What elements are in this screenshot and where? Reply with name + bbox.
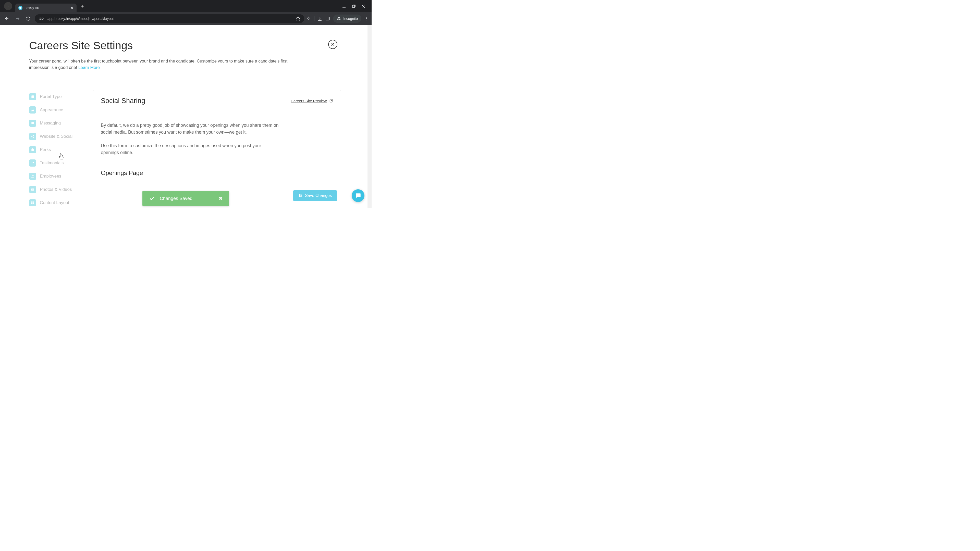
learn-more-link[interactable]: Learn More [78,65,100,70]
nav-forward-button[interactable] [13,14,22,23]
svg-rect-15 [32,149,34,151]
svg-point-10 [366,20,367,21]
testimonials-icon [29,159,36,167]
save-changes-button[interactable]: Save Changes [293,190,337,201]
perks-icon [29,146,36,153]
section-body-p1: By default, we do a pretty good job of s… [101,122,280,136]
sidebar-item-appearance[interactable]: Appearance [29,103,87,117]
svg-point-0 [19,7,21,9]
svg-rect-11 [32,95,34,98]
window-minimize-button[interactable] [342,4,346,8]
toast-close-button[interactable]: ✖ [219,196,223,201]
sidebar-item-photos-videos[interactable]: Photos & Videos [29,183,87,196]
sidebar-item-label: Content Layout [40,200,69,205]
svg-rect-23 [33,203,34,204]
svg-rect-2 [352,5,355,7]
layout-icon [29,199,36,206]
svg-point-19 [32,189,32,189]
changes-saved-toast: Changes Saved ✖ [142,191,229,206]
svg-point-16 [32,175,33,176]
svg-rect-22 [32,203,33,204]
external-link-icon [329,99,333,103]
svg-rect-20 [32,201,33,203]
chat-icon [355,192,361,199]
extensions-icon[interactable] [306,16,311,21]
incognito-label: Incognito [343,17,358,21]
bookmark-star-icon[interactable] [296,16,301,21]
section-title: Social Sharing [101,97,145,105]
sidebar-item-content-layout[interactable]: Content Layout [29,196,87,208]
portal-type-icon [29,93,36,100]
browser-nav-bar: app.breezy.hr/app/c/moodjoy/portal/layou… [0,12,372,25]
close-panel-button[interactable] [328,40,337,49]
svg-point-9 [366,18,367,19]
kebab-menu-icon[interactable] [364,16,369,21]
careers-site-preview-link[interactable]: Careers Site Preview [291,99,333,103]
new-tab-button[interactable]: ＋ [80,3,85,9]
share-icon [29,133,36,140]
tab-close-icon[interactable]: ✕ [70,6,73,10]
tab-favicon-icon [18,6,22,10]
section-body-p2: Use this form to customize the descripti… [101,142,280,156]
subsection-title: Openings Page [101,169,333,176]
tab-title: Breezy HR [24,6,68,10]
nav-reload-button[interactable] [24,14,33,23]
preview-link-label: Careers Site Preview [291,99,327,103]
sidebar-item-testimonials[interactable]: Testimonials [29,156,87,170]
sidebar-item-label: Messaging [40,121,61,126]
app-viewport: Careers Site Settings Your career portal… [0,25,372,208]
url-bar[interactable]: app.breezy.hr/app/c/moodjoy/portal/layou… [35,14,304,23]
sidebar-item-label: Website & Social [40,134,73,139]
sidebar-item-label: Portal Type [40,94,62,99]
check-icon [149,195,155,202]
sidebar-item-label: Perks [40,147,51,152]
url-text: app.breezy.hr/app/c/moodjoy/portal/layou… [48,17,114,21]
tabs-dropdown-button[interactable] [4,2,12,10]
svg-point-8 [366,17,367,17]
browser-tab-strip: Breezy HR ✕ ＋ [0,0,372,12]
sidebar-item-employees[interactable]: Employees [29,170,87,183]
photos-icon [29,186,36,193]
nav-back-button[interactable] [3,14,11,23]
side-panel-icon[interactable] [325,16,330,21]
sidebar-item-label: Testimonials [40,160,64,165]
window-close-button[interactable] [362,4,365,8]
sidebar-item-label: Photos & Videos [40,187,72,192]
page-title: Careers Site Settings [29,39,341,52]
appearance-icon [29,106,36,114]
window-controls [342,4,369,8]
svg-rect-3 [40,18,41,18]
employees-icon [29,173,36,180]
toast-message: Changes Saved [160,196,214,201]
svg-rect-1 [342,7,345,8]
incognito-badge[interactable]: Incognito [333,14,361,23]
svg-point-17 [33,175,34,176]
svg-point-5 [42,18,43,19]
incognito-icon [337,16,341,21]
downloads-icon[interactable] [318,16,322,21]
sidebar-item-label: Employees [40,174,61,179]
help-chat-button[interactable] [352,189,364,202]
window-maximize-button[interactable] [352,4,355,8]
sidebar-item-website-social[interactable]: Website & Social [29,130,87,143]
sidebar-item-messaging[interactable]: Messaging [29,117,87,130]
settings-sidebar: Portal Type Appearance Messaging Website… [29,90,87,208]
save-icon [298,194,302,198]
browser-tab[interactable]: Breezy HR ✕ [15,3,76,12]
sidebar-item-label: Appearance [40,107,63,113]
sidebar-item-portal-type[interactable]: Portal Type [29,90,87,103]
svg-rect-6 [326,17,329,20]
messaging-icon [29,120,36,127]
svg-rect-21 [33,201,34,203]
page-description: Your career portal will often be the fir… [29,58,292,71]
sidebar-item-perks[interactable]: Perks [29,143,87,156]
site-info-icon[interactable] [38,15,45,22]
svg-rect-4 [40,19,41,20]
save-button-label: Save Changes [305,193,332,198]
